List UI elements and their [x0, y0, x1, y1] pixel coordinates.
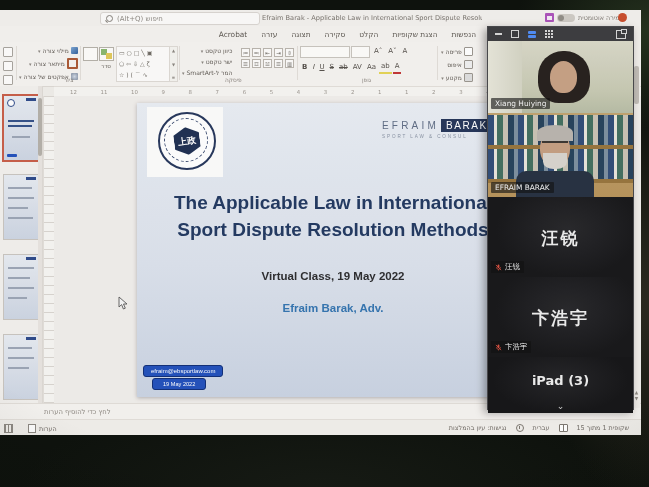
accessibility-status[interactable]: נגישות: עיון בהמלצות [449, 424, 507, 432]
quick-styles-button[interactable] [82, 47, 98, 61]
notes-placeholder[interactable]: לחץ כדי להוסיף הערות [44, 408, 111, 416]
line-spacing-icon[interactable]: ⇳ [285, 48, 294, 57]
participant-video-efraim-barak[interactable]: EFRAIM BARAK [488, 113, 633, 197]
align-text-button[interactable]: ישר טקסט▾ [182, 58, 232, 65]
arrange-icon [99, 47, 114, 61]
tab-slideshow[interactable]: הצגת שקופיות [385, 26, 444, 42]
align-center-icon[interactable]: ☲ [252, 59, 261, 68]
layout-button[interactable]: פריסה▾ [441, 47, 473, 56]
seal-center-text: 上政 [177, 133, 197, 148]
slide-1[interactable]: 上政 EFRAIM BARAK SPORT LAW & CONSUL The A… [137, 103, 529, 397]
shrink-font-icon[interactable]: A˅ [386, 45, 398, 57]
title-bar: חיפוש (Alt+Q) Efraim Barak - Applicable … [0, 10, 641, 27]
person-beard [543, 153, 567, 169]
shape-outline-icon [67, 58, 78, 69]
clear-formatting-icon[interactable]: A [401, 45, 410, 57]
tab-record[interactable]: הקלט [352, 26, 385, 42]
logo-name-barak: BARAK [441, 119, 493, 132]
convert-smartart-button[interactable]: המר ל-SmartArt▾ [182, 69, 232, 76]
shape-row: ☆ ) ( ⌒ ∿ [119, 72, 171, 78]
slide-title-line2: Sport Dispute Resolution Methods [137, 216, 529, 243]
underline-button[interactable]: U [317, 61, 326, 73]
font-color-button[interactable]: A [393, 60, 402, 74]
participant-video-xiang-huiying[interactable]: Xiang Huiying [488, 41, 633, 113]
window-mode-icon[interactable] [511, 30, 519, 38]
reset-button[interactable]: איפוס [441, 60, 473, 69]
participant-name-label: Xiang Huiying [495, 99, 546, 108]
vertical-ruler [43, 96, 54, 403]
more-participants-chevron-icon[interactable]: ⌄ [488, 402, 633, 411]
gallery-view-icon[interactable] [545, 30, 553, 38]
strikethrough-button[interactable]: S [328, 61, 336, 73]
thumbnail-slide-1[interactable] [2, 94, 40, 162]
replace-icon[interactable] [3, 61, 13, 71]
participant-tile-wang-rui[interactable]: 汪锐 汪锐 [488, 197, 633, 277]
columns-icon[interactable]: ▥ [285, 59, 294, 68]
efraim-barak-logo: EFRAIM BARAK SPORT LAW & CONSUL [382, 119, 493, 139]
thumb-logo-bar [26, 98, 36, 101]
change-case-button[interactable]: Aa [365, 61, 378, 73]
document-scrollbar[interactable]: ▲▼ [633, 26, 640, 408]
person-glasses [542, 141, 568, 148]
thumb-seal-icon [7, 99, 15, 107]
numbering-icon[interactable]: ≕ [252, 48, 261, 57]
popout-icon[interactable] [616, 30, 626, 39]
document-title: Efraim Barak - Applicable Law in Interna… [262, 14, 482, 22]
shape-row: ⬠ ⇦ ⇩ △ ζ [119, 61, 171, 67]
italic-button[interactable]: I [310, 61, 316, 73]
participant-tile-ipad[interactable]: iPad (3) ⌄ [488, 357, 633, 413]
prev-next-slide-buttons[interactable]: ▲▼ [633, 390, 640, 402]
university-seal-hexagon-icon: 上政 [172, 125, 202, 156]
thumbnail-slide-2[interactable] [3, 174, 39, 240]
thumbnail-slide-4[interactable] [3, 334, 39, 400]
font-name-input[interactable] [300, 46, 350, 58]
slide-author: Efraim Barak, Adv. [137, 302, 529, 314]
tab-review[interactable]: סקירה [318, 26, 353, 42]
minimize-icon[interactable] [495, 33, 502, 35]
justify-icon[interactable]: ☰ [274, 59, 283, 68]
arrange-button[interactable]: סדר [98, 47, 114, 69]
section-button[interactable]: מקטע▾ [441, 73, 473, 82]
shadow-button[interactable]: ab [337, 61, 350, 73]
bullets-icon[interactable]: ≔ [241, 48, 250, 57]
email-pill: efraim@ebsportlaw.com [143, 365, 223, 377]
align-left-icon[interactable]: ☱ [263, 59, 272, 68]
save-icon[interactable] [545, 13, 554, 22]
shapes-gallery-scroll[interactable]: ▲▼≡ [169, 46, 178, 82]
tab-view[interactable]: תצוגה [284, 26, 317, 42]
thumbnail-scrollbar[interactable] [38, 86, 42, 403]
select-icon[interactable] [3, 75, 13, 85]
group-label-paragraph: פיסקה [225, 77, 242, 83]
participant-name-label: 汪锐 [505, 262, 520, 272]
shapes-gallery[interactable]: ▭ ○ □ ╲ ▣ ⬠ ⇦ ⇩ △ ζ ☆ ) ( ⌒ ∿ [116, 46, 174, 82]
text-direction-button[interactable]: כיוון טקסט▾ [182, 47, 232, 54]
find-icon[interactable] [3, 47, 13, 57]
window-grid-icon[interactable] [4, 424, 13, 433]
participant-name-label: EFRAIM BARAK [495, 183, 550, 192]
tab-help[interactable]: עזרה [254, 26, 284, 42]
language-indicator[interactable]: עברית [533, 424, 550, 432]
autosave-toggle[interactable] [557, 14, 575, 22]
character-spacing-button[interactable]: AV [351, 61, 364, 73]
thumbnail-slide-3[interactable] [3, 254, 39, 320]
tab-animations[interactable]: הנפשות [444, 26, 483, 42]
indent-more-icon[interactable]: ⇥ [274, 48, 283, 57]
bold-button[interactable]: B [300, 61, 309, 73]
shape-outline-button[interactable]: מיתאר צורה▾ [19, 58, 78, 69]
indent-less-icon[interactable]: ⇤ [263, 48, 272, 57]
proofing-icon[interactable] [559, 424, 568, 432]
notes-toggle-button[interactable]: הערות [28, 424, 57, 433]
search-input[interactable]: חיפוש (Alt+Q) [100, 12, 260, 25]
app-badge-icon[interactable] [618, 13, 627, 22]
university-seal-ring-icon: 上政 [158, 112, 216, 170]
shape-fill-button[interactable]: מילוי צורה▾ [19, 47, 78, 54]
font-size-input[interactable] [351, 46, 370, 58]
grow-font-icon[interactable]: A˄ [372, 45, 384, 57]
highlight-color-button[interactable]: ab [379, 60, 392, 74]
video-panel-header [488, 27, 633, 41]
speaker-view-icon[interactable] [528, 31, 536, 38]
tab-acrobat[interactable]: Acrobat [212, 26, 255, 42]
video-conference-panel: Xiang Huiying EFRAIM BARAK 汪锐 汪锐 [487, 26, 634, 410]
align-right-icon[interactable]: ☰ [241, 59, 250, 68]
participant-tile-bian-haoyu[interactable]: 卞浩宇 卞浩宇 [488, 277, 633, 357]
